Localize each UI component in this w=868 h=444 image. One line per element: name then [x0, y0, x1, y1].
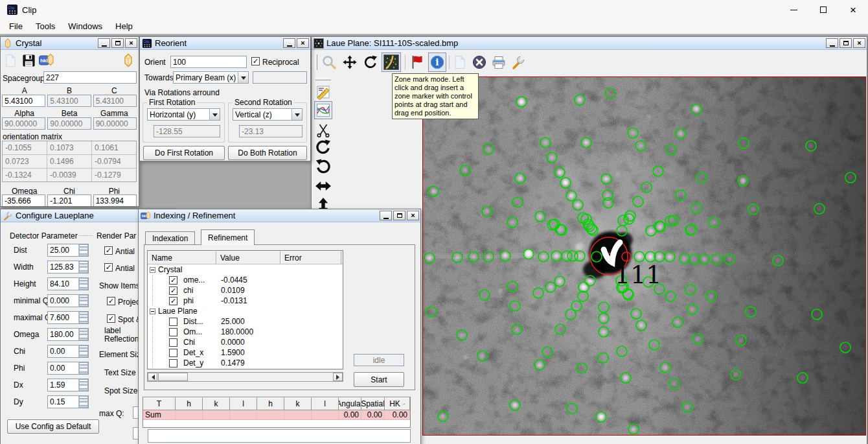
measure-tool-button[interactable]	[315, 84, 332, 100]
spin-down-button[interactable]	[79, 334, 88, 340]
checkbox-show1[interactable]: ✓	[107, 314, 115, 323]
tree-item-checkbox[interactable]: ✓	[169, 297, 177, 305]
minimize-button[interactable]	[779, 0, 808, 19]
indexing-titlebar[interactable]: hkl Indexing / Refinement ×	[139, 209, 420, 222]
config-chi-spinbox[interactable]: 0.00	[47, 345, 89, 358]
spin-up-button[interactable]	[79, 312, 88, 318]
checkbox-render0[interactable]: ✓	[104, 246, 113, 255]
tree-item-checkbox[interactable]	[169, 318, 177, 326]
spin-up-button[interactable]	[79, 278, 88, 284]
spin-up-button[interactable]	[79, 396, 88, 402]
spin-buttons[interactable]	[78, 261, 88, 273]
config-minimal-q-spinbox[interactable]: 0.000	[47, 294, 89, 307]
spin-buttons[interactable]	[78, 244, 88, 256]
spin-down-button[interactable]	[79, 368, 88, 374]
towards-select[interactable]: Primary Beam (x)	[173, 71, 249, 84]
param-value[interactable]: -1.201	[47, 194, 91, 206]
indexing-close-button[interactable]: ×	[407, 211, 419, 220]
spin-up-button[interactable]	[79, 379, 88, 385]
spin-buttons[interactable]	[78, 329, 88, 340]
zoom-tool-button[interactable]	[321, 54, 337, 71]
config-dx-spinbox[interactable]: 1.59	[47, 379, 89, 391]
spin-down-button[interactable]	[79, 385, 88, 391]
save-crystal-button[interactable]	[20, 52, 37, 69]
indexing-bottom-field[interactable]	[148, 429, 411, 443]
laue-close-button[interactable]: ×	[853, 38, 865, 48]
crystal-minimize-button[interactable]	[98, 38, 110, 48]
spin-buttons[interactable]	[78, 362, 88, 374]
start-refinement-button[interactable]: Start	[354, 372, 404, 387]
spin-buttons[interactable]	[78, 295, 88, 307]
scroll-right-button[interactable]	[333, 373, 343, 381]
tree-item-checkbox[interactable]	[169, 349, 177, 357]
spin-down-button[interactable]	[79, 402, 88, 408]
menu-item-tools[interactable]: Tools	[29, 19, 62, 34]
tree-group-row[interactable]: Crystal	[148, 264, 343, 275]
result-column-l-6[interactable]: l	[312, 397, 339, 410]
spin-up-button[interactable]	[79, 345, 88, 351]
reorient-minimize-button[interactable]	[283, 38, 295, 48]
collapse-icon[interactable]	[150, 309, 155, 314]
config-phi-spinbox[interactable]: 0.00	[47, 362, 89, 375]
spin-up-button[interactable]	[79, 329, 88, 334]
param-value[interactable]: 5.43100	[2, 95, 45, 107]
side-toolbar-grip[interactable]	[315, 78, 331, 80]
tree-item-row[interactable]: Chi0.0000	[148, 337, 343, 347]
spin-up-button[interactable]	[79, 295, 88, 301]
rotate-cw-button[interactable]	[315, 139, 332, 156]
result-column-h-4[interactable]: h	[257, 397, 284, 410]
param-value[interactable]: 133.994	[93, 194, 137, 206]
pan-tool-button[interactable]	[341, 54, 358, 71]
reciprocal-checkbox[interactable]: ✓	[251, 57, 260, 65]
open-image-button[interactable]	[451, 54, 468, 71]
scroll-left-button[interactable]	[148, 373, 157, 381]
crystal-close-button[interactable]: ×	[125, 38, 137, 48]
spin-down-button[interactable]	[79, 250, 88, 256]
crystal-titlebar[interactable]: Crystal ×	[1, 37, 139, 50]
config-dy-spinbox[interactable]: 0.15	[47, 395, 89, 408]
config-height-spinbox[interactable]: 84.10	[47, 277, 89, 290]
toolbar-grip[interactable]	[315, 54, 317, 70]
second-rotation-axis-select[interactable]: Vertical (z)	[233, 108, 303, 121]
flip-horizontal-button[interactable]	[315, 178, 332, 194]
spin-down-button[interactable]	[79, 284, 88, 290]
spin-up-button[interactable]	[79, 261, 88, 267]
do-both-rotation-button[interactable]: Do Both Rotation	[228, 146, 307, 160]
crystal-maximize-button[interactable]	[111, 38, 124, 48]
print-button[interactable]	[490, 54, 507, 71]
flag-tool-button[interactable]	[409, 54, 426, 71]
spin-down-button[interactable]	[79, 267, 88, 273]
laue-minimize-button[interactable]	[826, 38, 838, 48]
menu-item-file[interactable]: File	[3, 19, 29, 34]
tree-column-name[interactable]: Name	[148, 251, 216, 264]
result-column-T-0[interactable]: T	[143, 397, 176, 410]
hkl-tool-button[interactable]: hkl	[38, 52, 55, 69]
result-column-Spatial-8[interactable]: Spatial	[361, 397, 385, 410]
tree-item-checkbox[interactable]: ✓	[169, 286, 177, 295]
menu-item-windows[interactable]: Windows	[62, 19, 109, 34]
result-column-k-2[interactable]: k	[203, 397, 230, 410]
configure-plane-button[interactable]	[510, 54, 527, 71]
tree-item-row[interactable]: Det_y0.1479	[148, 358, 343, 368]
tree-column-error[interactable]: Error	[280, 251, 341, 264]
checkbox-render1[interactable]: ✓	[104, 263, 113, 272]
result-column-h-1[interactable]: h	[176, 397, 203, 410]
spacegroup-input[interactable]: 227	[43, 71, 137, 84]
tree-item-row[interactable]: Det_x1.5900	[148, 347, 343, 358]
spin-buttons[interactable]	[78, 379, 88, 391]
spin-down-button[interactable]	[79, 318, 88, 323]
tree-item-row[interactable]: Om...180.0000	[148, 327, 343, 337]
zone-mark-tool-button[interactable]	[382, 53, 401, 72]
checkbox-show0[interactable]: ✓	[107, 297, 115, 305]
result-column-Angular-7[interactable]: Angular	[339, 397, 361, 410]
spin-up-button[interactable]	[79, 244, 88, 250]
tab-indexation[interactable]: Indexation	[145, 231, 195, 245]
orient-input[interactable]: 100	[170, 56, 247, 68]
collapse-icon[interactable]	[150, 267, 155, 273]
rotate-ccw-button[interactable]	[315, 158, 332, 175]
spin-down-button[interactable]	[79, 351, 88, 357]
reorient-titlebar[interactable]: Clip Reorient ×	[140, 37, 310, 50]
close-image-button[interactable]	[471, 54, 488, 71]
cut-tool-button[interactable]	[315, 121, 332, 138]
scrollbar-thumb[interactable]	[158, 373, 188, 381]
